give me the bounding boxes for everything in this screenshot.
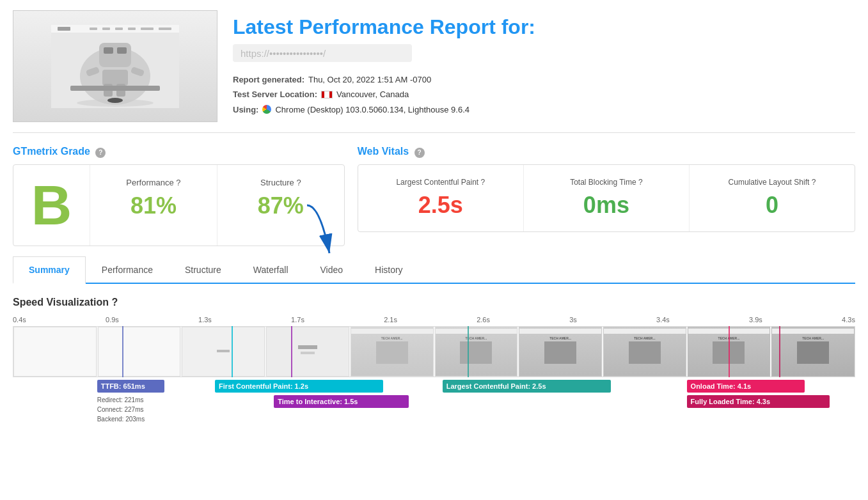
structure-value: 87% — [233, 192, 329, 219]
tbt-help[interactable]: ? — [638, 178, 643, 187]
web-vitals-panel: Web Vitals ? Largest Contentful Paint ? … — [358, 146, 855, 246]
svg-rect-3 — [90, 27, 97, 30]
svg-rect-13 — [102, 70, 128, 86]
marker-2: 1.3s — [198, 316, 212, 324]
performance-help[interactable]: ? — [176, 178, 180, 187]
backend-label: Backend: 203ms — [97, 414, 145, 424]
canada-flag-icon — [321, 91, 333, 98]
structure-metric: Structure ? 87% — [217, 165, 344, 246]
frame-2 — [98, 327, 181, 377]
speed-viz-help[interactable]: ? — [111, 297, 118, 308]
meta-server-location: Test Server Location: Vancouver, Canada — [233, 87, 855, 102]
cls-label: Cumulative Layout Shift ? — [700, 178, 844, 187]
header-section: Latest Performance Report for: https://•… — [13, 10, 855, 133]
meta-using: Using: Chrome (Desktop) 103.0.5060.134, … — [233, 102, 855, 117]
performance-label: Performance ? — [106, 178, 201, 187]
timeline-markers: 0.4s 0.9s 1.3s 1.7s 2.1s 2.6s 3s 3.4s 3.… — [13, 316, 855, 326]
tab-summary[interactable]: Summary — [13, 256, 86, 284]
marker-3: 1.7s — [291, 316, 304, 324]
svg-rect-7 — [141, 27, 154, 30]
frame-10: TECH AMER... — [771, 327, 855, 377]
vline-ttfb — [122, 326, 123, 377]
cls-vital: Cumulative Layout Shift ? 0 — [690, 165, 855, 231]
tab-video[interactable]: Video — [304, 256, 359, 283]
svg-rect-10 — [99, 43, 131, 67]
using-label: Using: — [233, 102, 258, 117]
site-thumbnail — [13, 10, 217, 122]
report-generated-label: Report generated: — [233, 72, 304, 87]
frame-4 — [266, 327, 349, 377]
cls-help[interactable]: ? — [812, 178, 816, 187]
cls-value: 0 — [700, 192, 844, 219]
gtmetrix-grade-panel: GTmetrix Grade ? B Performance ? 81% — [13, 146, 345, 246]
fcp-bar: First Contentful Paint: 1.2s — [215, 380, 383, 393]
structure-help[interactable]: ? — [296, 178, 301, 187]
grade-letter: B — [13, 165, 90, 246]
grades-section: GTmetrix Grade ? B Performance ? 81% — [13, 146, 855, 246]
speed-viz-section: Speed Visualization ? 0.4s 0.9s 1.3s 1.7… — [13, 297, 855, 425]
gtmetrix-grade-title: GTmetrix Grade ? — [13, 146, 345, 158]
report-url: https://••••••••••••••••/ — [233, 44, 412, 62]
tbt-value: 0ms — [534, 192, 679, 219]
report-meta: Report generated: Thu, Oct 20, 2022 1:51… — [233, 72, 855, 117]
tabs-container: Summary Performance Structure Waterfall … — [13, 256, 855, 284]
performance-metric: Performance ? 81% — [90, 165, 217, 246]
chrome-icon — [262, 105, 271, 114]
fully-loaded-bar: Fully Loaded Time: 4.3s — [687, 395, 830, 408]
frame-1 — [13, 327, 97, 377]
tab-history[interactable]: History — [359, 256, 419, 283]
frame-3 — [182, 327, 265, 377]
svg-rect-4 — [102, 27, 110, 30]
svg-rect-6 — [128, 27, 136, 30]
frame-6: TECH AMER... — [435, 327, 518, 377]
lcp-value: 2.5s — [368, 192, 513, 219]
header-info: Latest Performance Report for: https://•… — [233, 10, 855, 117]
tbt-vital: Total Blocking Time ? 0ms — [524, 165, 690, 231]
vline-loaded — [779, 326, 780, 377]
marker-4: 2.1s — [384, 316, 397, 324]
lcp-label: Largest Contentful Paint ? — [368, 178, 513, 187]
gtmetrix-grade-help[interactable]: ? — [95, 148, 106, 158]
tabs: Summary Performance Structure Waterfall … — [13, 256, 855, 283]
structure-label: Structure ? — [233, 178, 329, 187]
marker-9: 4.3s — [842, 316, 855, 324]
marker-7: 3.4s — [656, 316, 670, 324]
svg-rect-12 — [117, 47, 127, 54]
svg-point-20 — [107, 98, 123, 103]
site-preview-image — [51, 25, 179, 108]
svg-rect-11 — [104, 47, 113, 54]
meta-report-generated: Report generated: Thu, Oct 20, 2022 1:51… — [233, 72, 855, 87]
svg-rect-5 — [115, 27, 123, 30]
frame-5: TECH AMER... — [351, 327, 434, 377]
url-blurred: https://••••••••••••••••/ — [241, 48, 326, 59]
tbt-label: Total Blocking Time ? — [534, 178, 679, 187]
performance-value: 81% — [106, 192, 201, 219]
tti-bar: Time to Interactive: 1.5s — [274, 395, 409, 408]
lcp-help[interactable]: ? — [481, 178, 485, 187]
page-container: Latest Performance Report for: https://•… — [0, 0, 868, 445]
marker-0: 0.4s — [13, 316, 26, 324]
tab-structure[interactable]: Structure — [169, 256, 237, 283]
redirect-label: Redirect: 221ms — [97, 395, 145, 405]
server-location-value: Vancouver, Canada — [336, 87, 409, 102]
vline-onload — [729, 326, 730, 377]
grade-box: B Performance ? 81% Structure ? — [13, 164, 345, 246]
timeline-bars-container: TTFB: 651ms Redirect: 221ms Connect: 227… — [13, 380, 855, 425]
svg-rect-18 — [70, 86, 160, 91]
report-generated-value: Thu, Oct 20, 2022 1:51 AM -0700 — [308, 72, 431, 87]
marker-8: 3.9s — [749, 316, 762, 324]
report-title: Latest Performance Report for: — [233, 15, 855, 39]
tab-performance[interactable]: Performance — [86, 256, 169, 283]
vline-tti — [291, 326, 292, 377]
ttfb-sublabels: Redirect: 221ms Connect: 227ms Backend: … — [97, 395, 145, 424]
server-location-label: Test Server Location: — [233, 87, 317, 102]
web-vitals-title: Web Vitals ? — [358, 146, 855, 158]
frames-wrapper: TECH AMER... TECH AMER... TECH AMER... — [13, 326, 855, 377]
web-vitals-help[interactable]: ? — [414, 148, 425, 158]
marker-6: 3s — [569, 316, 577, 324]
using-value: Chrome (Desktop) 103.0.5060.134, Lightho… — [275, 102, 470, 117]
grade-metrics: Performance ? 81% Structure ? 87% — [90, 165, 344, 246]
tab-waterfall[interactable]: Waterfall — [237, 256, 304, 283]
onload-bar: Onload Time: 4.1s — [687, 380, 805, 393]
connect-label: Connect: 227ms — [97, 405, 145, 414]
